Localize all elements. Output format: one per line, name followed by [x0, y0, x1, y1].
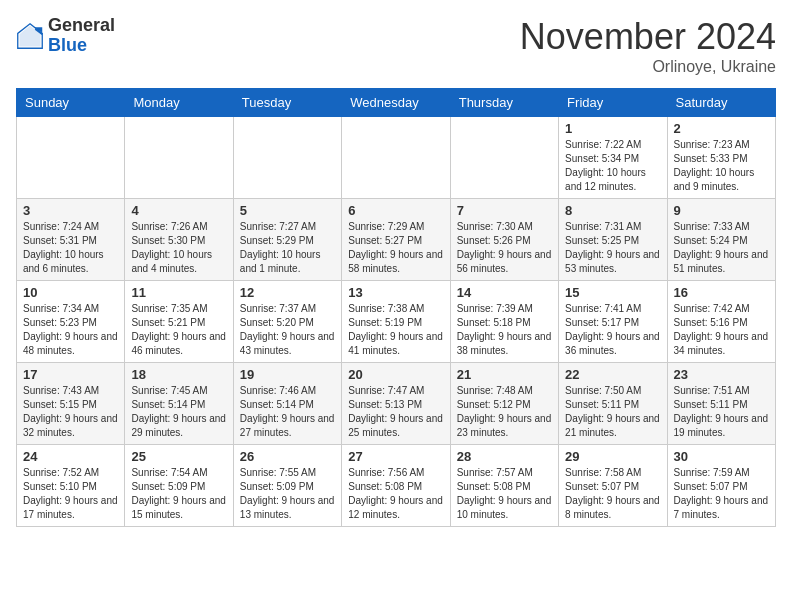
day-number: 6 — [348, 203, 443, 218]
weekday-header-friday: Friday — [559, 89, 667, 117]
logo-icon — [16, 22, 44, 50]
calendar-week-row: 3Sunrise: 7:24 AMSunset: 5:31 PMDaylight… — [17, 199, 776, 281]
calendar-cell: 17Sunrise: 7:43 AMSunset: 5:15 PMDayligh… — [17, 363, 125, 445]
calendar-cell: 21Sunrise: 7:48 AMSunset: 5:12 PMDayligh… — [450, 363, 558, 445]
day-number: 14 — [457, 285, 552, 300]
day-info: Sunrise: 7:35 AMSunset: 5:21 PMDaylight:… — [131, 302, 226, 358]
day-number: 2 — [674, 121, 769, 136]
calendar-cell: 23Sunrise: 7:51 AMSunset: 5:11 PMDayligh… — [667, 363, 775, 445]
calendar-cell: 19Sunrise: 7:46 AMSunset: 5:14 PMDayligh… — [233, 363, 341, 445]
day-number: 17 — [23, 367, 118, 382]
logo-blue: Blue — [48, 36, 115, 56]
day-info: Sunrise: 7:41 AMSunset: 5:17 PMDaylight:… — [565, 302, 660, 358]
day-info: Sunrise: 7:30 AMSunset: 5:26 PMDaylight:… — [457, 220, 552, 276]
day-number: 12 — [240, 285, 335, 300]
weekday-header-saturday: Saturday — [667, 89, 775, 117]
weekday-header-sunday: Sunday — [17, 89, 125, 117]
day-number: 3 — [23, 203, 118, 218]
calendar-cell: 9Sunrise: 7:33 AMSunset: 5:24 PMDaylight… — [667, 199, 775, 281]
calendar-cell: 15Sunrise: 7:41 AMSunset: 5:17 PMDayligh… — [559, 281, 667, 363]
day-number: 8 — [565, 203, 660, 218]
location: Orlinoye, Ukraine — [520, 58, 776, 76]
calendar-cell: 30Sunrise: 7:59 AMSunset: 5:07 PMDayligh… — [667, 445, 775, 527]
day-info: Sunrise: 7:24 AMSunset: 5:31 PMDaylight:… — [23, 220, 118, 276]
day-number: 5 — [240, 203, 335, 218]
calendar-cell — [125, 117, 233, 199]
calendar-cell: 26Sunrise: 7:55 AMSunset: 5:09 PMDayligh… — [233, 445, 341, 527]
calendar-week-row: 10Sunrise: 7:34 AMSunset: 5:23 PMDayligh… — [17, 281, 776, 363]
day-number: 18 — [131, 367, 226, 382]
day-number: 26 — [240, 449, 335, 464]
day-number: 27 — [348, 449, 443, 464]
day-number: 20 — [348, 367, 443, 382]
calendar-week-row: 24Sunrise: 7:52 AMSunset: 5:10 PMDayligh… — [17, 445, 776, 527]
day-info: Sunrise: 7:26 AMSunset: 5:30 PMDaylight:… — [131, 220, 226, 276]
calendar-cell: 2Sunrise: 7:23 AMSunset: 5:33 PMDaylight… — [667, 117, 775, 199]
calendar-cell: 24Sunrise: 7:52 AMSunset: 5:10 PMDayligh… — [17, 445, 125, 527]
day-info: Sunrise: 7:27 AMSunset: 5:29 PMDaylight:… — [240, 220, 335, 276]
day-info: Sunrise: 7:42 AMSunset: 5:16 PMDaylight:… — [674, 302, 769, 358]
day-info: Sunrise: 7:57 AMSunset: 5:08 PMDaylight:… — [457, 466, 552, 522]
day-info: Sunrise: 7:43 AMSunset: 5:15 PMDaylight:… — [23, 384, 118, 440]
calendar-cell: 27Sunrise: 7:56 AMSunset: 5:08 PMDayligh… — [342, 445, 450, 527]
day-info: Sunrise: 7:33 AMSunset: 5:24 PMDaylight:… — [674, 220, 769, 276]
day-number: 9 — [674, 203, 769, 218]
day-number: 19 — [240, 367, 335, 382]
day-number: 11 — [131, 285, 226, 300]
calendar-cell: 1Sunrise: 7:22 AMSunset: 5:34 PMDaylight… — [559, 117, 667, 199]
day-number: 22 — [565, 367, 660, 382]
weekday-header-row: SundayMondayTuesdayWednesdayThursdayFrid… — [17, 89, 776, 117]
calendar-cell — [450, 117, 558, 199]
day-number: 1 — [565, 121, 660, 136]
calendar-cell: 7Sunrise: 7:30 AMSunset: 5:26 PMDaylight… — [450, 199, 558, 281]
weekday-header-monday: Monday — [125, 89, 233, 117]
calendar-cell: 8Sunrise: 7:31 AMSunset: 5:25 PMDaylight… — [559, 199, 667, 281]
calendar-cell: 16Sunrise: 7:42 AMSunset: 5:16 PMDayligh… — [667, 281, 775, 363]
day-info: Sunrise: 7:31 AMSunset: 5:25 PMDaylight:… — [565, 220, 660, 276]
day-info: Sunrise: 7:47 AMSunset: 5:13 PMDaylight:… — [348, 384, 443, 440]
weekday-header-thursday: Thursday — [450, 89, 558, 117]
day-number: 25 — [131, 449, 226, 464]
day-number: 15 — [565, 285, 660, 300]
title-block: November 2024 Orlinoye, Ukraine — [520, 16, 776, 76]
logo-general: General — [48, 16, 115, 36]
day-info: Sunrise: 7:55 AMSunset: 5:09 PMDaylight:… — [240, 466, 335, 522]
weekday-header-wednesday: Wednesday — [342, 89, 450, 117]
day-number: 28 — [457, 449, 552, 464]
day-number: 4 — [131, 203, 226, 218]
calendar-cell: 5Sunrise: 7:27 AMSunset: 5:29 PMDaylight… — [233, 199, 341, 281]
day-info: Sunrise: 7:54 AMSunset: 5:09 PMDaylight:… — [131, 466, 226, 522]
day-number: 24 — [23, 449, 118, 464]
calendar-cell — [17, 117, 125, 199]
calendar-cell: 28Sunrise: 7:57 AMSunset: 5:08 PMDayligh… — [450, 445, 558, 527]
calendar-cell: 14Sunrise: 7:39 AMSunset: 5:18 PMDayligh… — [450, 281, 558, 363]
calendar-cell: 29Sunrise: 7:58 AMSunset: 5:07 PMDayligh… — [559, 445, 667, 527]
month-title: November 2024 — [520, 16, 776, 58]
calendar-cell: 4Sunrise: 7:26 AMSunset: 5:30 PMDaylight… — [125, 199, 233, 281]
logo-text: General Blue — [48, 16, 115, 56]
calendar-cell: 3Sunrise: 7:24 AMSunset: 5:31 PMDaylight… — [17, 199, 125, 281]
calendar-cell: 20Sunrise: 7:47 AMSunset: 5:13 PMDayligh… — [342, 363, 450, 445]
day-info: Sunrise: 7:59 AMSunset: 5:07 PMDaylight:… — [674, 466, 769, 522]
calendar-cell: 11Sunrise: 7:35 AMSunset: 5:21 PMDayligh… — [125, 281, 233, 363]
day-info: Sunrise: 7:23 AMSunset: 5:33 PMDaylight:… — [674, 138, 769, 194]
calendar-cell — [233, 117, 341, 199]
day-info: Sunrise: 7:34 AMSunset: 5:23 PMDaylight:… — [23, 302, 118, 358]
day-number: 7 — [457, 203, 552, 218]
calendar-cell: 22Sunrise: 7:50 AMSunset: 5:11 PMDayligh… — [559, 363, 667, 445]
calendar-cell: 25Sunrise: 7:54 AMSunset: 5:09 PMDayligh… — [125, 445, 233, 527]
day-info: Sunrise: 7:38 AMSunset: 5:19 PMDaylight:… — [348, 302, 443, 358]
calendar-cell: 13Sunrise: 7:38 AMSunset: 5:19 PMDayligh… — [342, 281, 450, 363]
day-info: Sunrise: 7:58 AMSunset: 5:07 PMDaylight:… — [565, 466, 660, 522]
calendar-table: SundayMondayTuesdayWednesdayThursdayFrid… — [16, 88, 776, 527]
day-info: Sunrise: 7:48 AMSunset: 5:12 PMDaylight:… — [457, 384, 552, 440]
calendar-week-row: 1Sunrise: 7:22 AMSunset: 5:34 PMDaylight… — [17, 117, 776, 199]
day-info: Sunrise: 7:45 AMSunset: 5:14 PMDaylight:… — [131, 384, 226, 440]
day-number: 21 — [457, 367, 552, 382]
day-info: Sunrise: 7:37 AMSunset: 5:20 PMDaylight:… — [240, 302, 335, 358]
day-info: Sunrise: 7:52 AMSunset: 5:10 PMDaylight:… — [23, 466, 118, 522]
day-info: Sunrise: 7:22 AMSunset: 5:34 PMDaylight:… — [565, 138, 660, 194]
day-number: 23 — [674, 367, 769, 382]
calendar-cell: 6Sunrise: 7:29 AMSunset: 5:27 PMDaylight… — [342, 199, 450, 281]
weekday-header-tuesday: Tuesday — [233, 89, 341, 117]
